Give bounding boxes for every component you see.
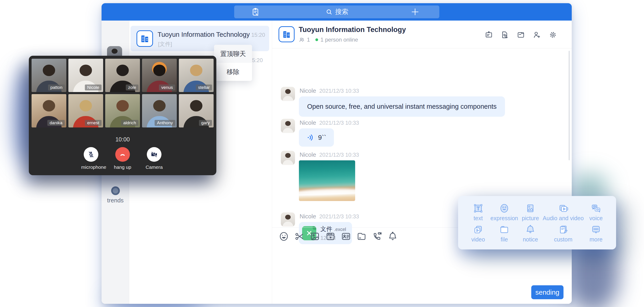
sender-avatar[interactable]: [281, 212, 295, 227]
call-timer: 10:00: [29, 136, 216, 143]
participant-name: stellar: [196, 84, 212, 90]
panel-item-picture[interactable]: picture: [522, 203, 539, 222]
video-icon: [473, 224, 484, 235]
menu-item-remove[interactable]: 移除: [214, 63, 252, 81]
sender-name: Nicole: [300, 213, 316, 220]
panel-item-text[interactable]: text: [473, 203, 484, 222]
image-message[interactable]: [299, 160, 355, 201]
notification-icon[interactable]: [388, 231, 398, 242]
add-member-icon[interactable]: [533, 31, 541, 39]
participant-name: Nicole: [85, 84, 102, 90]
panel-item-audio-video[interactable]: Audio and video: [543, 203, 584, 222]
online-status: 1 person online: [320, 36, 358, 43]
search-field[interactable]: 搜索: [325, 7, 348, 16]
trends-label: trends: [102, 197, 129, 204]
panel-item-video[interactable]: video: [471, 224, 485, 243]
image-icon[interactable]: [310, 231, 320, 242]
microphone-control: microphone: [81, 147, 101, 170]
panel-item-label: voice: [589, 215, 602, 222]
notice-board-icon[interactable]: [484, 31, 493, 39]
panel-item-label: custom: [554, 236, 572, 243]
file-icon: [499, 224, 510, 235]
contact-card-icon[interactable]: [341, 231, 351, 242]
panel-item-expression[interactable]: expression: [490, 203, 518, 222]
video-tile: danika: [32, 94, 66, 127]
plus-icon[interactable]: [410, 7, 420, 16]
camera-control: Camera: [144, 147, 164, 170]
online-dot: [315, 38, 318, 41]
panel-item-custom[interactable]: custom: [554, 224, 572, 243]
chat-pane: Tuoyun Information Technology 1 1 person…: [272, 20, 572, 304]
panel-item-more[interactable]: more: [590, 224, 602, 243]
participant-name: patton: [48, 84, 65, 90]
voice-message-bubble[interactable]: 9``: [299, 128, 334, 147]
message-time: 2021/12/3 10:33: [319, 213, 359, 220]
message-type-panel: text expression picture Audio and video: [458, 196, 616, 250]
search-icon: [325, 8, 333, 16]
panel-item-voice[interactable]: voice: [589, 203, 602, 222]
message-text: Open source, free, and universal instant…: [299, 96, 505, 117]
message-meta: Nicole2021/12/3 10:33: [300, 119, 359, 126]
sender-name: Nicole: [300, 87, 316, 94]
panel-item-label: notice: [523, 236, 538, 243]
emoji-icon[interactable]: [278, 231, 289, 242]
control-label: microphone: [81, 164, 101, 170]
camera-off-button[interactable]: [147, 147, 162, 162]
text-icon: [473, 203, 484, 214]
building-icon: [140, 33, 150, 44]
message-meta: Nicole2021/12/3 10:33: [300, 87, 359, 94]
video-tile: gary: [179, 94, 214, 127]
panel-item-file[interactable]: file: [499, 224, 510, 243]
video-clip-icon[interactable]: [325, 231, 336, 242]
send-button[interactable]: sending: [531, 285, 564, 299]
sender-avatar[interactable]: [281, 119, 295, 133]
sender-name: Nicole: [300, 151, 316, 158]
voice-duration: 9``: [318, 134, 326, 141]
camera-off-icon: [150, 150, 158, 159]
picture-icon: [525, 203, 536, 214]
message-time: 2021/12/3 10:33: [319, 88, 359, 94]
chat-subtitle: 1 1 person online: [299, 36, 358, 43]
control-label: Camera: [144, 164, 164, 170]
audio-video-icon: [558, 203, 569, 214]
trends-icon: [111, 186, 120, 195]
participant-name: ernest: [85, 120, 102, 126]
settings-icon[interactable]: [549, 31, 557, 39]
panel-item-label: text: [473, 215, 484, 222]
member-count: 1: [307, 36, 310, 43]
folder-icon[interactable]: [516, 31, 525, 39]
video-tile: stellar: [179, 59, 214, 92]
video-grid: patton Nicole zole venus stellar danika …: [32, 59, 214, 127]
file-folder-icon[interactable]: [356, 231, 367, 242]
hang-up-button[interactable]: [115, 147, 130, 162]
video-tile: venus: [142, 59, 177, 92]
message-meta: Nicole2021/12/3 10:33: [300, 213, 359, 220]
sender-avatar[interactable]: [281, 87, 295, 101]
more-icon: [590, 224, 602, 235]
input-toolbar: [278, 231, 398, 242]
call-log-icon[interactable]: [251, 7, 260, 17]
panel-item-label: expression: [490, 215, 518, 222]
sidebar-item-trends[interactable]: trends: [102, 186, 129, 204]
participant-name: danika: [47, 120, 65, 126]
video-call-overlay: patton Nicole zole venus stellar danika …: [29, 56, 216, 175]
menu-item-pin-chat[interactable]: 置顶聊天: [214, 45, 252, 63]
conversation-title: Tuoyun Information Technology: [158, 31, 250, 38]
panel-item-notice[interactable]: notice: [523, 224, 538, 243]
sender-avatar[interactable]: [281, 151, 295, 165]
members-icon: [299, 37, 304, 43]
mute-mic-button[interactable]: [84, 147, 98, 162]
scrollbar[interactable]: [568, 51, 570, 160]
message-time: 2021/12/3 10:33: [319, 152, 359, 158]
message-time: 2021/12/3 10:33: [319, 120, 359, 126]
call-controls: microphone hang up Camera: [29, 147, 216, 170]
video-tile: patton: [32, 59, 66, 92]
chat-record-search-icon[interactable]: [500, 31, 509, 39]
search-bar[interactable]: 搜索: [234, 5, 439, 18]
panel-item-label: more: [590, 236, 602, 243]
video-call-icon[interactable]: [372, 231, 382, 242]
screenshot-icon[interactable]: [294, 231, 304, 242]
sender-name: Nicole: [300, 119, 316, 126]
video-tile: Anthony: [142, 94, 177, 127]
mic-off-icon: [87, 150, 95, 159]
